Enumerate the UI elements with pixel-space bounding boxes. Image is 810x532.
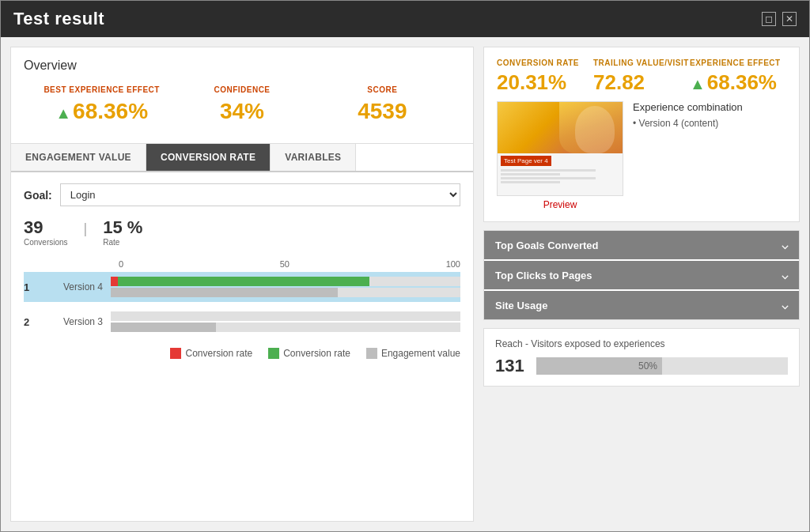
chart-section: 0 50 100 1 Version 4 xyxy=(11,259,473,521)
accordion-section: Top Goals Converted ⌵ Top Clicks to Page… xyxy=(483,230,800,320)
accordion-goals-arrow: ⌵ xyxy=(782,239,788,251)
stat-experience-effect: EXPERIENCE EFFECT 68.36% xyxy=(690,58,786,95)
goal-row: Goal: Login xyxy=(24,183,460,206)
tab-variables[interactable]: VARIABLES xyxy=(271,144,356,171)
title-bar: Test result ◻ ✕ xyxy=(1,1,809,37)
reach-row: 131 50% xyxy=(495,356,788,376)
metric-value-score: 4539 xyxy=(312,99,452,124)
chart-row-2: 2 Version 3 xyxy=(24,307,460,337)
experience-image: Test Page ver 4 xyxy=(497,101,623,196)
bar-track-red-1 xyxy=(111,277,460,286)
metric-value-best: 68.36% xyxy=(32,99,172,124)
legend-red: Conversion rate xyxy=(170,348,252,359)
row-num-1: 1 xyxy=(24,281,40,293)
restore-button[interactable]: ◻ xyxy=(762,12,776,26)
stat-ee-value: 68.36% xyxy=(690,70,786,95)
line-3 xyxy=(501,177,596,179)
row-num-2: 2 xyxy=(24,316,40,328)
reach-bar-bg: 50% xyxy=(536,357,788,375)
rate-number: 15 % xyxy=(103,217,142,237)
conversions-block: 39 Conversions xyxy=(24,217,68,247)
metrics-row: BEST EXPERIENCE EFFECT 68.36% CONFIDENCE… xyxy=(24,85,460,132)
bar-fill-gray-2 xyxy=(111,323,216,332)
experience-tag: Test Page ver 4 xyxy=(501,156,551,166)
row-label-1: Version 4 xyxy=(40,281,111,292)
experience-lines xyxy=(498,166,623,187)
goal-label: Goal: xyxy=(24,189,52,202)
bar-container-2 xyxy=(111,311,460,332)
bar-track-gray-2 xyxy=(111,323,460,332)
conv-divider: | xyxy=(84,221,88,237)
line-4 xyxy=(501,181,560,183)
metric-label-confidence: CONFIDENCE xyxy=(172,85,312,94)
reach-bar-fill: 50% xyxy=(536,357,662,375)
main-window: Test result ◻ ✕ Overview BEST EXPERIENCE… xyxy=(0,0,810,532)
bar-track-gray-1 xyxy=(111,288,460,297)
left-panel: Overview BEST EXPERIENCE EFFECT 68.36% C… xyxy=(10,47,474,522)
stats-box: CONVERSION RATE 20.31% TRAILING VALUE/VI… xyxy=(483,47,800,222)
stat-tv-value: 72.82 xyxy=(593,70,690,95)
axis-label-50: 50 xyxy=(280,259,290,269)
reach-section: Reach - Visitors exposed to experiences … xyxy=(483,328,800,387)
overview-title: Overview xyxy=(24,58,460,73)
goal-select[interactable]: Login xyxy=(60,183,460,206)
window-controls: ◻ ✕ xyxy=(762,12,797,26)
overview-section: Overview BEST EXPERIENCE EFFECT 68.36% C… xyxy=(11,47,473,144)
bar-fill-green-1 xyxy=(118,277,369,286)
experience-combo-title: Experience combination xyxy=(633,101,786,113)
legend-green-label: Conversion rate xyxy=(283,348,350,359)
goal-section: Goal: Login 39 Conversions | 15 % Rate xyxy=(11,172,473,259)
metric-best-experience: BEST EXPERIENCE EFFECT 68.36% xyxy=(32,85,172,124)
metric-label-score: SCORE xyxy=(312,85,452,94)
legend-green-dot xyxy=(268,348,279,359)
legend-gray-label: Engagement value xyxy=(381,348,460,359)
accordion-site-usage[interactable]: Site Usage ⌵ xyxy=(484,291,799,319)
conversions-row: 39 Conversions | 15 % Rate xyxy=(24,214,460,253)
rate-label: Rate xyxy=(103,238,142,247)
line-1 xyxy=(501,169,596,172)
stat-cr-label: CONVERSION RATE xyxy=(497,58,593,67)
legend-red-label: Conversion rate xyxy=(185,348,252,359)
accordion-site-label: Site Usage xyxy=(495,300,547,311)
chart-axis: 0 50 100 xyxy=(24,259,460,272)
metric-score: SCORE 4539 xyxy=(312,85,452,124)
accordion-goals[interactable]: Top Goals Converted ⌵ xyxy=(484,231,799,259)
stat-trailing-value: TRAILING VALUE/VISIT 72.82 xyxy=(593,58,690,95)
accordion-goals-label: Top Goals Converted xyxy=(495,240,599,251)
bar-fill-gray-1 xyxy=(111,288,338,297)
main-content: Overview BEST EXPERIENCE EFFECT 68.36% C… xyxy=(1,37,809,531)
accordion-clicks-label: Top Clicks to Pages xyxy=(495,270,592,281)
experience-box: Test Page ver 4 Preview Experience combi… xyxy=(497,101,786,210)
row-label-2: Version 3 xyxy=(40,316,111,327)
preview-link[interactable]: Preview xyxy=(543,199,577,210)
tab-conversion-rate[interactable]: CONVERSION RATE xyxy=(146,144,271,171)
rate-block: 15 % Rate xyxy=(103,217,142,247)
accordion-clicks-arrow: ⌵ xyxy=(782,269,788,281)
metric-value-confidence: 34% xyxy=(172,99,312,124)
reach-bar-label: 50% xyxy=(638,360,657,372)
legend-gray-dot xyxy=(366,348,377,359)
close-button[interactable]: ✕ xyxy=(782,12,797,26)
chart-row-1: 1 Version 4 xyxy=(24,272,460,302)
bar-track-red-2 xyxy=(111,311,460,321)
legend-row: Conversion rate Conversion rate Engageme… xyxy=(24,341,460,359)
stat-cr-value: 20.31% xyxy=(497,70,593,95)
reach-number: 131 xyxy=(495,356,527,376)
right-panel: CONVERSION RATE 20.31% TRAILING VALUE/VI… xyxy=(483,47,800,522)
accordion-site-arrow: ⌵ xyxy=(782,299,788,311)
legend-gray: Engagement value xyxy=(366,348,460,359)
legend-green: Conversion rate xyxy=(268,348,350,359)
bar-container-1 xyxy=(111,277,460,297)
stat-ee-label: EXPERIENCE EFFECT xyxy=(690,58,786,67)
window-title: Test result xyxy=(13,9,104,29)
accordion-clicks[interactable]: Top Clicks to Pages ⌵ xyxy=(484,261,799,289)
stat-conversion-rate: CONVERSION RATE 20.31% xyxy=(497,58,593,95)
metric-confidence: CONFIDENCE 34% xyxy=(172,85,312,124)
experience-photo xyxy=(498,102,623,153)
conversions-label: Conversions xyxy=(24,238,68,247)
tab-engagement-value[interactable]: ENGAGEMENT VALUE xyxy=(11,144,146,171)
conversions-number: 39 xyxy=(24,217,43,237)
experience-info: Experience combination Version 4 (conten… xyxy=(633,101,786,210)
metric-label-best: BEST EXPERIENCE EFFECT xyxy=(32,85,172,94)
legend-red-dot xyxy=(170,348,181,359)
